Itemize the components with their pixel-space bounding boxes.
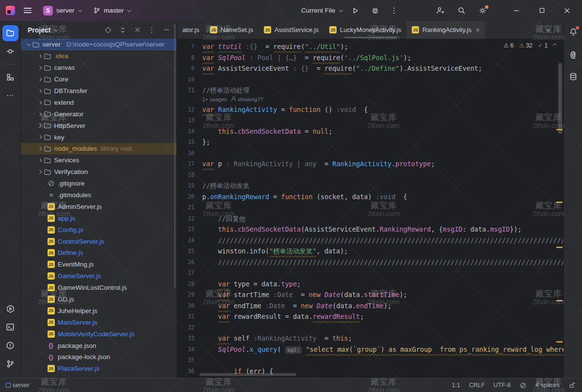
tab-RankingActivity.js[interactable]: JSRankingActivity.js× <box>406 21 485 39</box>
code-line-31[interactable]: 31 var rewardResult = data.rewardResult; <box>177 311 564 322</box>
line-number[interactable] <box>177 96 196 104</box>
tree-item-GD.js[interactable]: JSGD.js <box>21 294 177 305</box>
stripe-mark[interactable] <box>556 300 563 301</box>
more-actions-button[interactable]: ⋮ <box>389 5 400 16</box>
chevron-right-icon[interactable] <box>38 78 42 81</box>
line-number[interactable]: 29 <box>177 289 196 300</box>
tree-item-.gitignore[interactable]: .gitignore <box>21 178 177 189</box>
caret-position[interactable]: 1:1 <box>452 382 460 389</box>
line-number[interactable]: 30 <box>177 300 196 312</box>
line-number[interactable]: 36 <box>177 366 196 377</box>
code-line-23[interactable]: 23 this.cbSendSocketData(AssistServiceEv… <box>177 224 564 235</box>
line-number[interactable]: 13 <box>177 115 196 126</box>
tab-scrollbar[interactable] <box>344 37 397 38</box>
collapse-all-button[interactable] <box>132 25 143 35</box>
editor-horizontal-scrollbar[interactable] <box>199 373 296 376</box>
chevron-down-icon[interactable] <box>27 42 31 46</box>
code-line-9[interactable]: 9var AssistServiceEvent : {} = require("… <box>177 63 564 74</box>
code-line-17[interactable]: 17var p : RankingActivity | any = Rankin… <box>177 158 564 170</box>
code-vision-row[interactable]: 1+ usagesshixiong77 <box>177 96 564 104</box>
tree-item-Config.js[interactable]: JSConfig.js <box>21 224 177 235</box>
tree-item-GameServer.js[interactable]: JSGameServer.js <box>21 270 177 282</box>
line-number[interactable]: 34 <box>177 344 196 355</box>
code-line-33[interactable]: 33 var self :RankingActivity = this; <box>177 333 564 344</box>
minimize-button[interactable] <box>511 5 522 16</box>
more-tools-button[interactable]: ⋯ <box>2 88 18 104</box>
line-number[interactable]: 12 <box>177 104 196 115</box>
line-number[interactable]: 18 <box>177 170 196 181</box>
chevron-right-icon[interactable] <box>38 147 42 151</box>
code-line-32[interactable]: 32 <box>177 322 564 333</box>
main-menu-button[interactable] <box>22 6 33 15</box>
tab-LuckyMoneyActivity.js[interactable]: JSLuckyMoneyActivity.js <box>324 21 406 39</box>
file-encoding[interactable]: UTF-8 <box>494 382 511 389</box>
line-number[interactable]: 14 <box>177 126 196 137</box>
stripe-mark[interactable] <box>556 247 563 248</box>
run-config-selector[interactable]: Current File <box>301 7 341 14</box>
line-number[interactable]: 11 <box>177 85 196 96</box>
editor[interactable]: ⚠6 ⚠32 ✓1 7var ttutil :{} = require("../… <box>177 39 564 378</box>
tree-item-server.log[interactable]: ≡server.log <box>21 375 177 378</box>
stripe-mark[interactable] <box>556 129 563 130</box>
code-line-12[interactable]: 12var RankingActivity = function () :voi… <box>177 104 564 115</box>
tree-item-canvas[interactable]: canvas <box>21 62 177 74</box>
chevron-right-icon[interactable] <box>38 170 42 174</box>
line-number[interactable]: 31 <box>177 311 196 322</box>
tree-item-GameWinLostControl.js[interactable]: JSGameWinLostControl.js <box>21 282 177 294</box>
line-number[interactable]: 17 <box>177 158 196 170</box>
commit-tool-button[interactable] <box>2 44 18 60</box>
status-module[interactable]: server <box>6 382 30 389</box>
code-line-34[interactable]: 34 SqlPool.x_query( sql: "select max(`gr… <box>177 344 564 355</box>
code-line-11[interactable]: 11//榜单活动处理 <box>177 85 564 96</box>
project-tree-scrollbar[interactable] <box>174 24 176 288</box>
line-number[interactable]: 22 <box>177 213 196 224</box>
terminal-tool-button[interactable] <box>2 319 18 335</box>
tree-item-HttpServer[interactable]: HttpServer <box>21 120 177 131</box>
tree-item-app.js[interactable]: JSapp.js <box>21 212 177 224</box>
panel-options-button[interactable]: ⋮ <box>146 25 157 35</box>
line-number[interactable]: 27 <box>177 267 196 279</box>
close-button[interactable] <box>562 5 572 16</box>
line-number[interactable]: 21 <box>177 202 196 213</box>
highlight-level-icon[interactable] <box>519 382 527 389</box>
tree-item-.gitmodules[interactable]: ≡.gitmodules <box>21 189 177 201</box>
chevron-right-icon[interactable] <box>38 89 42 93</box>
code-line-35[interactable]: 35 <box>177 355 564 366</box>
line-number[interactable]: 20 <box>177 191 196 203</box>
tree-item-extend[interactable]: extend <box>21 96 177 108</box>
chevron-right-icon[interactable] <box>38 112 42 116</box>
code-line-16[interactable]: 16 <box>177 148 564 159</box>
tree-item-server[interactable]: serverD:\node+cocosjsQP\server\server <box>21 39 177 50</box>
locate-file-button[interactable] <box>103 25 113 35</box>
version-control-tool-button[interactable] <box>2 356 18 372</box>
tab-options-button[interactable]: ⋮ <box>553 25 564 35</box>
line-number[interactable]: 7 <box>177 41 196 52</box>
tab-list-button[interactable] <box>542 25 553 35</box>
chevron-right-icon[interactable] <box>38 135 42 139</box>
line-number[interactable]: 32 <box>177 322 196 333</box>
project-tool-button[interactable] <box>2 25 18 41</box>
code-line-30[interactable]: 30 var endTime :Date = new Date(data.end… <box>177 300 564 312</box>
line-number[interactable]: 26 <box>177 257 196 268</box>
line-separator[interactable]: CRLF <box>469 382 485 389</box>
line-number[interactable]: 24 <box>177 235 196 246</box>
code-line-20[interactable]: 20p.onRankingReward = function (socket, … <box>177 191 564 203</box>
line-number[interactable]: 9 <box>177 63 196 74</box>
code-line-26[interactable]: 26 /////////////////////////////////////… <box>177 257 564 268</box>
tree-item-.idea[interactable]: .idea <box>21 50 177 62</box>
run-button[interactable] <box>350 5 361 16</box>
line-number[interactable]: 8 <box>177 52 196 63</box>
code-line-28[interactable]: 28 var type = data.type; <box>177 279 564 290</box>
run-tool-button[interactable] <box>2 301 18 317</box>
tree-item-EventMng.js[interactable]: JSEventMng.js <box>21 259 177 270</box>
code-line-27[interactable]: 27 <box>177 267 564 279</box>
chevron-right-icon[interactable] <box>38 124 42 127</box>
line-number[interactable]: 25 <box>177 246 196 257</box>
chevron-right-icon[interactable] <box>38 101 42 105</box>
tree-item-AdminServer.js[interactable]: JSAdminServer.js <box>21 201 177 212</box>
problems-tool-button[interactable] <box>2 338 18 354</box>
code-line-8[interactable]: 8var SqlPool : Pool | {…} = require('../… <box>177 52 564 63</box>
tab-AssistService.js[interactable]: JSAssistService.js <box>259 21 324 39</box>
branch-selector[interactable]: master <box>90 5 133 16</box>
settings-button[interactable] <box>477 5 488 16</box>
